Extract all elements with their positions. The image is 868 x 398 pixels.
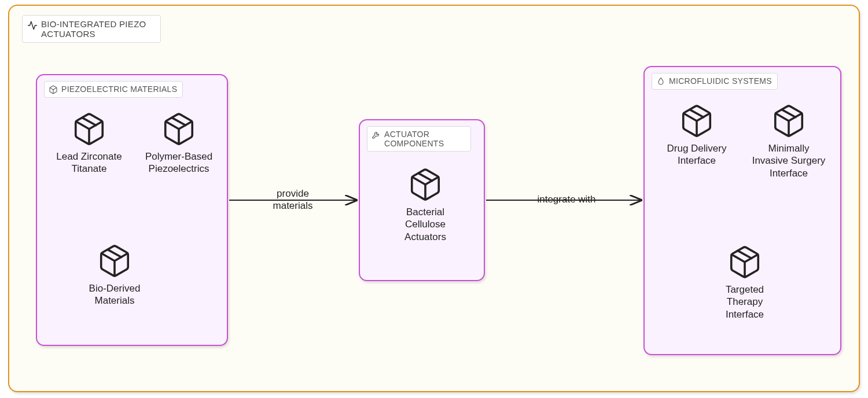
group-actuator-components: ACTUATOR COMPONENTS Bacterial Cellulose … <box>359 119 485 281</box>
outer-label-text: BIO-INTEGRATED PIEZO ACTUATORS <box>41 19 155 39</box>
package-icon <box>71 111 107 147</box>
svg-line-14 <box>738 251 751 259</box>
group-piezo-materials-label: PIEZOELECTRIC MATERIALS <box>44 81 183 98</box>
edge-integrate-label: integrate with <box>529 193 604 205</box>
wrench-icon <box>372 130 381 139</box>
node-surgery: Minimally Invasive Surgery Interface <box>751 103 826 179</box>
node-therapy-label: Targeted Therapy Interface <box>707 283 782 320</box>
svg-line-8 <box>418 174 432 181</box>
node-polymer: Polymer-Based Piezoelectrics <box>135 111 222 175</box>
group-piezo-materials-text: PIEZOELECTRIC MATERIALS <box>61 84 177 94</box>
node-polymer-label: Polymer-Based Piezoelectrics <box>138 150 219 175</box>
node-surgery-label: Minimally Invasive Surgery Interface <box>751 142 826 179</box>
activity-icon <box>27 20 38 31</box>
svg-line-2 <box>82 118 95 126</box>
package-icon <box>97 243 133 279</box>
group-actuator-components-text: ACTUATOR COMPONENTS <box>384 130 465 148</box>
node-bacterial: Bacterial Cellulose Actuators <box>388 167 463 243</box>
group-actuator-components-label: ACTUATOR COMPONENTS <box>367 126 471 152</box>
svg-line-6 <box>108 250 121 257</box>
package-icon <box>771 103 807 139</box>
package-icon <box>407 167 443 202</box>
node-bioderived-label: Bio-Derived Materials <box>74 282 155 307</box>
group-microfluidic-label: MICROFLUIDIC SYSTEMS <box>652 73 778 90</box>
node-bacterial-label: Bacterial Cellulose Actuators <box>388 206 463 243</box>
node-lzt-label: Lead Zirconate Titanate <box>54 150 124 175</box>
node-drug-label: Drug Delivery Interface <box>662 142 731 167</box>
group-microfluidic-text: MICROFLUIDIC SYSTEMS <box>669 76 772 86</box>
package-icon <box>161 111 197 147</box>
node-drug: Drug Delivery Interface <box>662 103 731 167</box>
svg-line-4 <box>172 118 185 126</box>
outer-label: BIO-INTEGRATED PIEZO ACTUATORS <box>22 15 161 43</box>
node-lzt: Lead Zirconate Titanate <box>54 111 124 175</box>
node-bioderived: Bio-Derived Materials <box>74 243 155 307</box>
package-icon <box>727 244 763 280</box>
outer-container: BIO-INTEGRATED PIEZO ACTUATORS PIEZOELEC… <box>8 5 860 392</box>
svg-line-10 <box>690 110 703 117</box>
group-piezo-materials: PIEZOELECTRIC MATERIALS Lead Zirconate T… <box>36 74 228 346</box>
group-microfluidic: MICROFLUIDIC SYSTEMS Drug Delivery Inter… <box>643 66 841 355</box>
edge-provide-label: provide materials <box>258 187 328 212</box>
node-therapy: Targeted Therapy Interface <box>707 244 782 320</box>
droplet-icon <box>656 77 665 86</box>
box-icon <box>49 85 58 94</box>
svg-line-12 <box>782 110 795 117</box>
package-icon <box>679 103 715 139</box>
